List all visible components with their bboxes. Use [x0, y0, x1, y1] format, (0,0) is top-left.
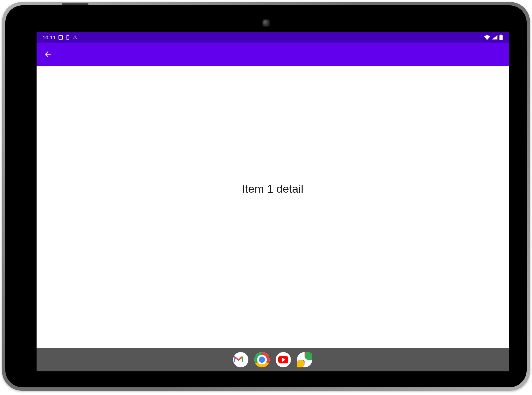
- wifi-icon: [484, 35, 490, 40]
- gmail-icon: [233, 355, 248, 365]
- status-bar-left: 10:11: [43, 35, 77, 40]
- status-bar-right: [484, 35, 503, 40]
- save-icon: [73, 35, 77, 40]
- status-clock: 10:11: [43, 35, 56, 40]
- front-camera: [262, 19, 270, 27]
- svg-rect-1: [500, 35, 502, 35]
- chrome-icon: [254, 352, 270, 367]
- clipboard-icon: [66, 35, 70, 40]
- tablet-bezel: 10:11: [5, 5, 527, 387]
- arrow-back-icon: [44, 50, 52, 59]
- status-bar: 10:11: [37, 32, 509, 43]
- youtube-icon: [276, 352, 291, 367]
- taskbar-app-youtube[interactable]: [276, 352, 291, 367]
- taskbar-app-photos[interactable]: [297, 352, 312, 367]
- battery-icon: [499, 35, 503, 40]
- notification-icon: [59, 35, 63, 40]
- device-screen: 10:11: [37, 32, 509, 371]
- signal-icon: [492, 35, 497, 40]
- taskbar: [37, 348, 509, 371]
- tablet-frame: 10:11: [2, 2, 530, 391]
- svg-rect-0: [499, 35, 503, 40]
- content-area: Item 1 detail: [37, 66, 509, 348]
- taskbar-app-chrome[interactable]: [254, 352, 270, 367]
- back-button[interactable]: [40, 46, 56, 62]
- taskbar-app-gmail[interactable]: [233, 352, 248, 367]
- app-bar: [37, 43, 509, 66]
- photos-icon: [297, 352, 312, 367]
- item-detail-text: Item 1 detail: [242, 182, 303, 195]
